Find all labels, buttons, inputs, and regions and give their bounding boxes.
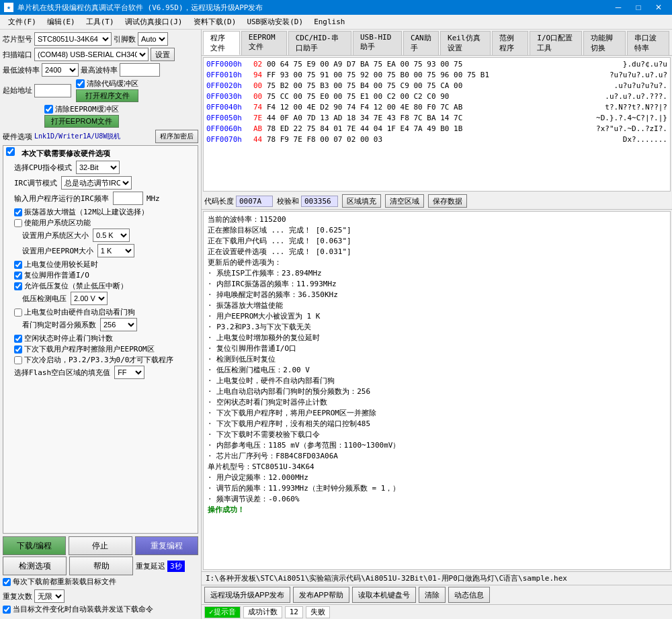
- close-button[interactable]: ✕: [649, 0, 668, 15]
- flash-fill-select[interactable]: FF: [114, 366, 144, 379]
- eeprom-size-select[interactable]: 1 K: [97, 244, 134, 257]
- freq-input[interactable]: 12.000: [113, 192, 143, 205]
- open-prog-button[interactable]: 打开程序文件: [76, 89, 138, 102]
- tab-8[interactable]: 功能脚切换: [583, 31, 626, 55]
- log-line: · 检测到低压时复位: [208, 354, 666, 365]
- action-btn-1[interactable]: 发布APP帮助: [293, 587, 349, 603]
- repeat-delay-value: 3秒: [167, 561, 185, 572]
- hex-addr: 0FF0060h: [206, 124, 253, 134]
- tab-2[interactable]: CDC/HID-串口助手: [288, 31, 351, 55]
- tab-9[interactable]: 串口波特率: [627, 31, 669, 55]
- hex-ascii: ?u?u?u?.u?.u?: [610, 70, 667, 81]
- reset-io-row: 复位脚用作普通I/O: [14, 270, 195, 280]
- min-baud-select[interactable]: 2400: [42, 63, 79, 77]
- chip-label: 芯片型号: [3, 34, 32, 44]
- auto-send-checkbox[interactable]: [3, 606, 11, 614]
- action-btn-4[interactable]: 动态信息: [448, 587, 490, 603]
- tab-6[interactable]: 范例程序: [492, 31, 529, 55]
- tab-5[interactable]: Keil仿真设置: [440, 31, 491, 55]
- watchdog-div-select[interactable]: 256: [100, 318, 137, 331]
- action-btn-0[interactable]: 远程现场升级APP发布: [204, 587, 290, 603]
- status-item-1[interactable]: 成功计数: [243, 606, 282, 618]
- hex-area[interactable]: 0FF0000h 02 00 64 75 E9 00 A9 D7 BA 75 E…: [203, 57, 671, 192]
- log-line: 操作成功！: [208, 505, 666, 515]
- scan-select[interactable]: (COM48) USB-SERIAL CH340: [34, 48, 149, 61]
- osc-gain-checkbox[interactable]: [14, 208, 22, 216]
- menu-item-usbd[interactable]: USB驱动安装(D): [241, 15, 308, 30]
- clear-eeprom-label: 清除EEPROM缓冲区: [55, 104, 119, 114]
- bottom-buttons: 下载/编程 停止 重复编程 检测选项 帮助 重复延迟 3秒 每次下载前都重新装载…: [3, 534, 198, 616]
- stop-button[interactable]: 停止: [69, 536, 132, 555]
- next-dl-eeprom-checkbox[interactable]: [14, 345, 22, 354]
- auto-reload-checkbox[interactable]: [3, 578, 11, 586]
- clear-code-checkbox[interactable]: [76, 79, 85, 88]
- cpu-mode-select[interactable]: 32-Bit: [76, 161, 120, 174]
- sys-func-checkbox[interactable]: [14, 219, 22, 227]
- minimize-button[interactable]: ─: [609, 0, 628, 15]
- repeat-button[interactable]: 重复编程: [135, 536, 198, 555]
- hex-addr: 0FF0030h: [206, 91, 253, 102]
- clear-eeprom-checkbox[interactable]: [44, 105, 53, 114]
- irc-mode-select[interactable]: 总是动态调节IRC频率: [61, 176, 132, 190]
- watchdog-checkbox[interactable]: [14, 308, 22, 317]
- menu-item-english[interactable]: English: [308, 15, 350, 30]
- low-volt-val-select[interactable]: 2.00 V: [71, 292, 108, 305]
- maximize-button[interactable]: □: [629, 0, 648, 15]
- low-volt-row: 允许低压复位（禁止低压中断）: [14, 281, 195, 291]
- menu-item-t[interactable]: 工具(T): [81, 15, 120, 30]
- low-volt-checkbox[interactable]: [14, 282, 22, 290]
- path-bar: I:\各种开发板\STC\Ai8051\实验箱演示代码\Ai8051U-32Bi…: [202, 571, 672, 585]
- help-button[interactable]: 帮助: [69, 556, 133, 575]
- menu-item-d[interactable]: 资料下载(D): [188, 15, 242, 30]
- start-addr-input[interactable]: 0x0000: [34, 84, 71, 97]
- repeat-times-select[interactable]: 无限: [34, 589, 65, 603]
- log-line: · 频率调节误差：-0.060%: [208, 494, 666, 505]
- menu-item-j[interactable]: 调试仿真接口(J): [120, 15, 188, 30]
- chip-select[interactable]: STC8051U-34K64: [34, 32, 112, 46]
- status-item-0[interactable]: ✓提示音: [204, 606, 241, 618]
- cpu-mode-row: 选择CPU指令模式 32-Bit: [14, 161, 195, 174]
- repeat-times-row: 重复次数 无限: [3, 589, 198, 603]
- boot-select[interactable]: Auto: [138, 32, 168, 46]
- repeat-delay-label: 重复延迟: [136, 561, 165, 571]
- hex-row: 0FF0020h 00 75 B2 00 75 B3 00 75 B4 00 7…: [206, 81, 667, 91]
- action-btn-3[interactable]: 清除: [419, 587, 446, 603]
- hex-row: 0FF0050h 7E 44 0F A0 7D 13 AD 18 34 7E 4…: [206, 113, 667, 124]
- freq-row: 输入用户程序运行的IRC频率 12.000 MHz: [14, 192, 195, 205]
- hex-bytes: AB 78 ED 22 75 84 01 7E 44 04 1F E4 7A 4…: [253, 124, 596, 134]
- fill-button[interactable]: 区域填充: [342, 194, 381, 208]
- settings-button[interactable]: 设置: [151, 48, 175, 61]
- tab-0[interactable]: 程序文件: [203, 31, 240, 55]
- download-button[interactable]: 下载/编程: [3, 536, 66, 555]
- repeat-times-label: 重复次数: [3, 591, 32, 602]
- tab-7[interactable]: I/O口配置工具: [530, 31, 582, 55]
- menu-item-f[interactable]: 文件(F): [3, 15, 42, 30]
- hex-bytes: 7E 44 0F A0 7D 13 AD 18 34 7E 43 F8 7C B…: [253, 113, 596, 124]
- log-line: · 下次下载时不需要校验下载口令: [208, 429, 666, 440]
- max-baud-input[interactable]: 115200: [120, 63, 160, 77]
- tab-4[interactable]: CAN助手: [403, 31, 439, 55]
- log-line: · 空闲状态时看门狗定时器停止计数: [208, 397, 666, 408]
- log-line: · 下次下载用户程序时，将用户EEPROM区一并擦除: [208, 408, 666, 419]
- idle-stop-checkbox[interactable]: [14, 335, 22, 343]
- prog-encrypt-button[interactable]: 程序加密后: [155, 130, 198, 143]
- sys-size-select[interactable]: 0.5 K: [93, 229, 130, 242]
- hex-bytes: 44 78 F9 7E F8 00 07 02 00 03: [253, 134, 623, 145]
- tab-3[interactable]: USB-HID助手: [353, 31, 402, 55]
- hw-label: 硬件选项: [3, 132, 32, 142]
- open-eeprom-button[interactable]: 打开EEPROM文件: [44, 115, 119, 128]
- menu-item-e[interactable]: 编辑(E): [42, 15, 81, 30]
- tab-1[interactable]: EEPROM文件: [241, 31, 287, 55]
- hw-options-title: 本次下载需要修改硬件选项: [6, 147, 195, 159]
- log-area[interactable]: 当前的波特率：115200正在擦除目标区域 ... 完成！ [0.625"]正在…: [203, 211, 671, 570]
- action-btn-2[interactable]: 读取本机键盘号: [352, 587, 416, 603]
- long-reset-checkbox[interactable]: [14, 261, 22, 269]
- next-init-checkbox[interactable]: [14, 356, 22, 364]
- check-button[interactable]: 检测选项: [3, 556, 67, 575]
- clear-area-button[interactable]: 清空区域: [385, 194, 424, 208]
- checksum-field: 校验和 003356: [277, 196, 338, 207]
- reset-io-checkbox[interactable]: [14, 272, 22, 280]
- hw-options-checkbox[interactable]: [6, 147, 15, 156]
- save-button[interactable]: 保存数据: [428, 194, 467, 208]
- hex-bytes: 00 75 CC 00 75 E0 00 75 E1 00 C2 00 C2 C…: [253, 91, 605, 102]
